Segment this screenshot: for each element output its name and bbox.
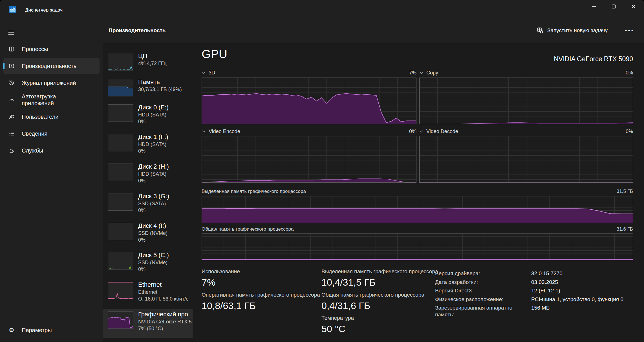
chevron-down-icon[interactable] (419, 71, 424, 74)
detail-row-reserved-memory: Зарезервированная аппаратно память: 156 … (435, 305, 641, 318)
chart-current-value: 0% (409, 129, 416, 134)
perf-item-sub: 0% (138, 177, 192, 184)
chart-current-value: 0% (626, 70, 633, 76)
chevron-down-icon[interactable] (202, 130, 206, 133)
chevron-down-icon[interactable] (202, 71, 206, 74)
perf-list-item-ethernet[interactable]: Ethernet Ethernet О: 16,0 П: 56,0 кбит/с (103, 279, 193, 306)
minimize-button[interactable] (584, 0, 604, 13)
titlebar: Диспетчер задач (0, 0, 644, 18)
detail-label: Физическое расположение: (435, 296, 531, 303)
perf-list-item-disk2[interactable]: Диск 2 (H:) HDD (SATA) 0% (103, 161, 193, 188)
stat-value: 0,4/31,6 ГБ (321, 300, 424, 311)
perf-item-sub: NVIDIA GeForce RTX 50 (138, 318, 192, 325)
chart-label: Общая память графического процессора (202, 226, 294, 232)
stat-dedicated-memory: Выделенная память графического процессор… (321, 268, 438, 288)
chevron-down-icon[interactable] (419, 130, 424, 133)
sidebar-item-users[interactable]: Пользователи (3, 109, 100, 125)
main-content: Производительность Запустить новую задач… (103, 18, 644, 342)
perf-list-item-disk1[interactable]: Диск 1 (F:) HDD (SATA) 0% (103, 132, 193, 159)
sidebar-item-details[interactable]: Сведения (3, 126, 100, 142)
chart-3d (202, 78, 416, 124)
ethernet-sparkline (108, 282, 133, 299)
perf-item-text: Ethernet Ethernet О: 16,0 П: 56,0 кбит/с (138, 281, 192, 302)
perf-item-text: Диск 4 (I:) SSD (NVMe) 0% (138, 222, 192, 243)
detail-row-driver-version: Версия драйвера: 32.0.15.7270 (435, 270, 641, 277)
more-options-button[interactable]: ••• (622, 26, 637, 35)
detail-value: 32.0.15.7270 (531, 270, 563, 277)
services-puzzle-icon (8, 147, 15, 154)
detail-value: 156 МБ (531, 305, 550, 318)
stat-usage: Использование 7% (202, 268, 240, 288)
header-actions: Запустить новую задачу ••• (534, 26, 637, 35)
perf-item-text: Графический про NVIDIA GeForce RTX 50 7%… (138, 310, 192, 332)
perf-item-title: Графический про (138, 310, 192, 318)
close-button[interactable] (624, 0, 643, 13)
perf-item-sub: 0% (138, 237, 192, 243)
detail-value: 12 (FL 12.1) (531, 287, 560, 294)
sidebar-item-label: Журнал приложений (22, 80, 76, 86)
perf-item-text: Диск 1 (F:) HDD (SATA) 0% (138, 133, 192, 155)
perf-item-sub: HDD (SATA) (138, 171, 192, 177)
sidebar-item-services[interactable]: Службы (3, 143, 100, 158)
close-icon (632, 5, 636, 8)
chart-current-value: 7% (409, 70, 416, 76)
sidebar-item-performance[interactable]: Производительность (3, 58, 100, 74)
perf-item-sub: Ethernet (138, 289, 192, 295)
perf-list-item-disk3[interactable]: Диск 3 (G:) SSD (SATA) 0% (103, 191, 193, 218)
page-header: Производительность Запустить новую задач… (103, 18, 644, 43)
detail-label: Дата разработки: (435, 279, 531, 286)
stat-label: Оперативная память графического процессо… (202, 292, 320, 298)
startup-apps-icon (8, 97, 15, 103)
sidebar-item-label: Автозагрузка приложений (22, 93, 78, 107)
disk0-sparkline (108, 104, 133, 122)
sidebar-item-app-history[interactable]: Журнал приложений (3, 75, 100, 91)
run-new-task-label: Запустить новую задачу (547, 27, 608, 34)
chart-shared-memory (202, 233, 633, 260)
stat-label: Использование (202, 268, 240, 275)
stat-label: Температура (321, 315, 354, 321)
stat-gpu-system-memory: Оперативная память графического процессо… (202, 292, 320, 311)
task-manager-window: Диспетчер задач Процессы (0, 0, 644, 342)
sidebar-item-processes[interactable]: Процессы (3, 41, 100, 57)
perf-item-title: Диск 4 (I:) (138, 222, 192, 230)
perf-list-item-disk5[interactable]: Диск 5 (C:) SSD (NVMe) 0% (103, 250, 193, 277)
sidebar-item-settings[interactable]: ⚙ Параметры (3, 322, 100, 338)
chart-current-value: 0% (626, 129, 633, 134)
detail-label: Зарезервированная аппаратно память: (435, 305, 531, 318)
sidebar-item-label: Процессы (22, 46, 48, 52)
sidebar: Процессы Производительность Журнал прило… (0, 18, 103, 342)
perf-list-item-disk0[interactable]: Диск 0 (E:) HDD (SATA) 0% (103, 102, 193, 129)
maximize-button[interactable] (604, 0, 624, 13)
perf-item-sub: HDD (SATA) (138, 141, 192, 148)
perf-list-item-disk4[interactable]: Диск 4 (I:) SSD (NVMe) 0% (103, 220, 193, 248)
detail-value: 03.03.2025 (531, 279, 558, 286)
task-manager-app-icon (9, 6, 16, 13)
detail-row-physical-location: Физическое расположение: PCI-шина 1, уст… (435, 296, 641, 303)
stat-temperature: Температура 50 °C (321, 315, 354, 334)
details-list-icon (8, 131, 15, 137)
sidebar-item-label: Службы (22, 147, 43, 154)
hamburger-menu-button[interactable] (5, 27, 17, 38)
detail-row-driver-date: Дата разработки: 03.03.2025 (435, 279, 641, 286)
perf-item-title: Диск 0 (E:) (138, 103, 192, 111)
perf-list-item-memory[interactable]: Память 30,7/63,1 ГБ (49%) (103, 77, 193, 104)
new-task-icon (537, 27, 543, 34)
perf-list-item-gpu[interactable]: Графический про NVIDIA GeForce RTX 50 7%… (103, 309, 193, 338)
perf-item-title: Память (138, 78, 192, 86)
stat-value: 50 °C (321, 323, 354, 334)
perf-item-sub: 7% (50 °C) (138, 325, 192, 332)
detail-label: Версия DirectX: (435, 287, 531, 294)
perf-list-item-cpu[interactable]: ЦП 4% 4,72 ГГц (103, 51, 193, 78)
sidebar-item-label: Параметры (22, 327, 52, 334)
disk1-sparkline (108, 134, 133, 151)
detail-row-directx-version: Версия DirectX: 12 (FL 12.1) (435, 287, 641, 294)
stat-value: 10,4/31,5 ГБ (321, 277, 438, 288)
run-new-task-button[interactable]: Запустить новую задачу (534, 26, 610, 35)
sidebar-item-label: Пользователи (22, 113, 59, 120)
disk4-sparkline (108, 223, 133, 240)
chart-label: Video Encode (209, 129, 240, 134)
dedicated-memory-label-row: Выделенная память графического процессор… (202, 188, 633, 195)
disk2-sparkline (108, 164, 133, 181)
chart-encode-label-row: Video Encode 0% (202, 128, 416, 134)
sidebar-item-startup[interactable]: Автозагрузка приложений (3, 92, 100, 108)
